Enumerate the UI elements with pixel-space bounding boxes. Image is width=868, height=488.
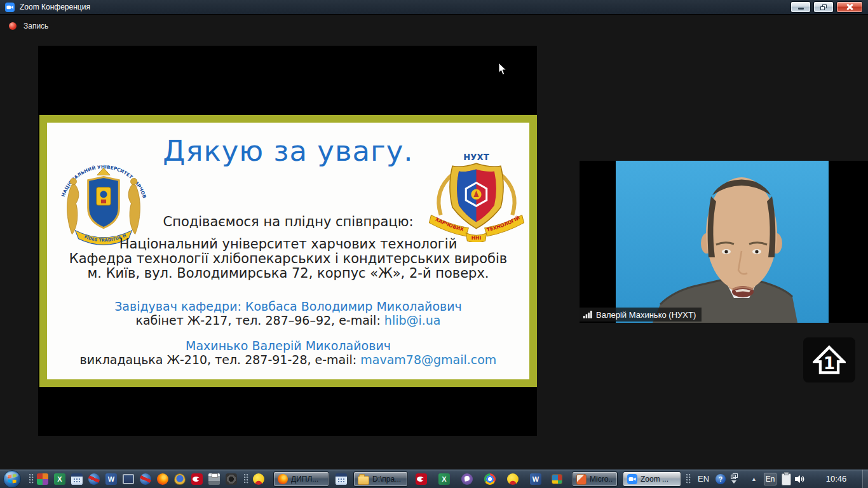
close-icon [846,4,853,10]
taskbar-button-label: D:\пра... [372,475,401,484]
contact2-name: Махинько Валерій Миколайович [47,339,529,353]
quicklaunch-shield-icon[interactable] [174,473,186,485]
quicklaunch-tiles-icon[interactable] [37,473,48,485]
taskbar-photos-icon[interactable] [552,474,562,484]
speaker-icon[interactable] [794,475,806,484]
window-title: Zoom Конференция [20,3,790,11]
slide-subtitle: Сподіваємося на плідну співпрацю: [47,214,529,229]
quicklaunch-calculator-icon[interactable] [71,473,83,485]
contact1-email: hlib@i.ua [384,313,441,327]
quicklaunch-monitor-icon[interactable] [123,474,134,484]
contact1-details: кабінет Ж-217, тел. 287–96–92, e-mail: h… [47,313,529,327]
word-letter: W [530,473,541,485]
quicklaunch-firefox-icon[interactable] [157,473,168,485]
recording-dot-icon [9,22,17,30]
keyboard-layout-indicator[interactable]: 1 [803,337,855,383]
language-indicator-tray[interactable]: En [764,473,776,485]
clipboard-tray-icon[interactable] [782,473,791,485]
recording-indicator[interactable]: Запись [9,22,48,30]
taskbar: X W ДИПЛ... D:\пра... X W [0,469,868,488]
minimize-button[interactable] [790,1,811,13]
participant-name: Валерій Махинько (НУХТ) [596,310,696,320]
svg-text:1: 1 [824,354,835,373]
help-glyph: ? [719,476,722,483]
excel-letter: X [54,473,65,485]
contact1-name: Завідувач кафедри: Ковбаса Володимир Мик… [47,299,529,313]
participant-name-tag: Валерій Махинько (НУХТ) [580,308,702,322]
zoom-icon [627,474,637,484]
address-line: Національний університет харчових технол… [47,237,529,252]
office-icon [576,474,587,485]
excel-letter: X [438,473,450,485]
restore-button[interactable] [813,1,834,13]
university-coat-of-arms-left: НАЦІОНАЛЬНИЙ УНІВЕРСИТЕТ ХАРЧОВИХ ТЕХНОЛ… [52,148,155,251]
quicklaunch-camera-icon[interactable] [226,473,237,485]
svg-text:НУХТ: НУХТ [463,152,489,162]
contact2-details: викладацька Ж-210, тел. 287-91-28, e-mai… [47,353,529,367]
taskbar-button-label: Micro... [590,475,613,484]
taskbar-excel-icon[interactable]: X [438,473,450,485]
quicklaunch-consultant-icon[interactable] [191,473,203,485]
taskbar-drag-handle[interactable] [29,474,34,484]
word-letter: W [105,473,117,485]
chevron-down-icon[interactable] [731,480,736,484]
layout-arrow-icon: 1 [813,345,846,376]
taskbar-button-label: Zoom ... [641,475,668,484]
presentation-slide: Дякую за увагу. НАЦІОНАЛЬНИЙ УНІВЕРСИТЕТ… [39,115,537,387]
webcam-video-feed [616,161,829,323]
quicklaunch-globe-icon[interactable] [88,473,100,485]
restore-icon [820,4,827,10]
taskbar-button-microsoft[interactable]: Micro... [572,471,618,487]
zoom-app-icon [5,3,15,12]
taskbar-chick2-icon[interactable] [507,473,519,485]
quicklaunch-globe2-icon[interactable] [140,473,151,485]
quicklaunch-excel-icon[interactable]: X [54,473,65,485]
recording-label: Запись [24,22,48,30]
taskbar-consultant-icon[interactable] [416,473,427,485]
quicklaunch-printer-icon[interactable] [208,473,220,485]
start-button[interactable] [3,470,22,488]
taskbar-word-icon[interactable]: W [530,473,541,485]
show-hidden-icons-button[interactable]: ▲ [751,476,757,482]
shared-screen-area: Дякую за увагу. НАЦІОНАЛЬНИЙ УНІВЕРСИТЕТ… [38,46,537,436]
folder-icon [358,476,369,485]
close-button[interactable] [836,1,863,13]
help-icon[interactable]: ? [715,474,726,484]
mouse-cursor [498,62,508,76]
taskbar-button-zoom[interactable]: Zoom ... [623,471,681,487]
address-line: Кафедра технології хлібопекарських і кон… [47,252,529,266]
slide-address-block: Національний університет харчових технол… [47,237,529,281]
taskbar-chrome-icon[interactable] [484,473,496,485]
contact2-details-text: викладацька Ж-210, тел. 287-91-28, e-mai… [80,353,361,367]
taskbar-button-dipl[interactable]: ДИПЛ... [273,471,329,487]
participant-video-tile[interactable]: Валерій Махинько (НУХТ) [580,161,868,323]
taskbar-drag-handle[interactable] [244,474,248,484]
zoom-meeting-window: Zoom Конференция Запись Дякую за увагу. … [0,0,868,488]
contact2-email: mavam78@gmail.com [360,353,496,367]
language-indicator-outer[interactable]: EN [698,474,709,484]
restore-window-mini-icon[interactable] [731,473,738,479]
quicklaunch-word-icon[interactable]: W [105,473,117,485]
firefox-icon [278,474,288,484]
window-controls [790,1,863,13]
taskbar-drag-handle[interactable] [686,474,691,484]
taskbar-button-folder[interactable]: D:\пра... [353,471,408,487]
taskbar-viber-icon[interactable] [461,473,473,485]
quick-launch-bar: X W [37,473,237,485]
minimize-icon [798,8,804,10]
clock[interactable]: 10:46 [818,470,854,488]
taskbar-button-label: ДИПЛ... [291,475,318,484]
address-line: м. Київ, вул. Володимирська 72, корпус «… [47,266,529,281]
contact1-details-text: кабінет Ж-217, тел. 287–96–92, e-mail: [135,313,384,327]
signal-bars-icon [583,311,592,318]
window-titlebar: Zoom Конференция [0,0,868,15]
taskbar-chick-icon[interactable] [253,473,264,485]
show-desktop-button[interactable] [862,470,868,488]
taskbar-calculator-icon[interactable] [336,473,347,485]
